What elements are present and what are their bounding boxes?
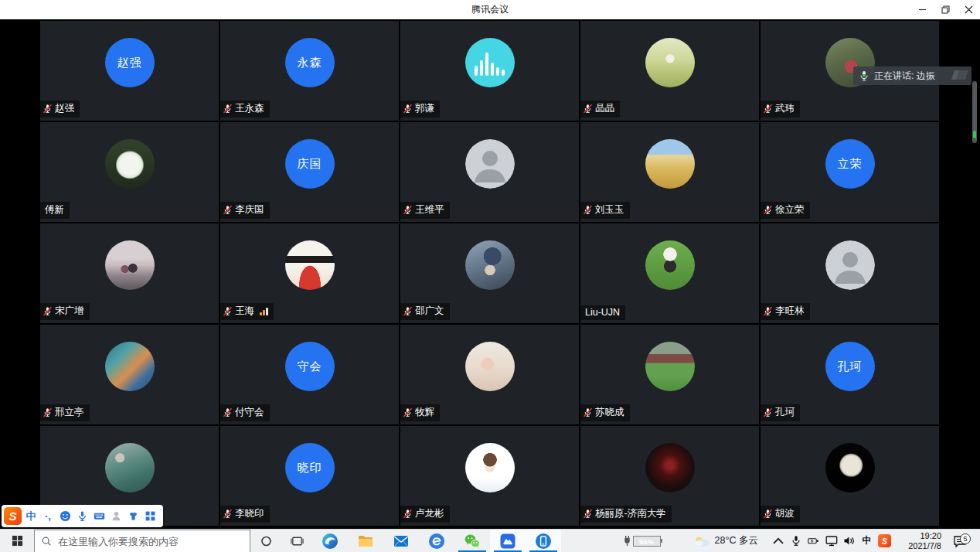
participant-name-label: 邵广文 bbox=[400, 303, 450, 320]
taskbar-app-mail[interactable] bbox=[383, 530, 419, 552]
participant-tile[interactable]: 晶晶 bbox=[580, 21, 759, 121]
tray-power-icon[interactable] bbox=[805, 530, 822, 552]
participant-name: 卢龙彬 bbox=[415, 507, 444, 520]
taskbar-apps bbox=[312, 530, 561, 552]
participant-tile[interactable]: 永森 王永森 bbox=[220, 21, 399, 121]
taskbar-clock[interactable]: 19:20 2021/7/8 bbox=[893, 531, 944, 551]
participant-avatar-equalizer bbox=[465, 38, 515, 87]
participant-tile[interactable]: 傅新 bbox=[40, 122, 219, 222]
taskbar-app-edge[interactable] bbox=[312, 530, 348, 552]
taskbar-app-your-phone[interactable] bbox=[526, 530, 561, 552]
participant-name-label: 李晓印 bbox=[220, 506, 270, 523]
search-input[interactable] bbox=[58, 536, 243, 547]
participant-tile[interactable]: 邵广文 bbox=[400, 223, 579, 323]
action-center-button[interactable]: 5 bbox=[944, 535, 975, 547]
sogou-keyboard-icon[interactable] bbox=[91, 508, 107, 525]
mic-muted-icon bbox=[43, 104, 53, 114]
close-button[interactable] bbox=[957, 0, 980, 19]
taskbar-app-tencent-meeting[interactable] bbox=[490, 530, 526, 552]
weather-widget[interactable]: 28°C 多云 bbox=[693, 534, 758, 547]
participant-tile[interactable]: 守会 付守会 bbox=[220, 325, 399, 424]
tray-volume-icon[interactable] bbox=[840, 530, 858, 552]
participant-name: 胡波 bbox=[775, 507, 795, 520]
participant-avatar-initials: 晓印 bbox=[285, 443, 335, 492]
active-mic-icon bbox=[859, 70, 869, 81]
mic-muted-icon bbox=[223, 407, 233, 417]
participant-name: 王海 bbox=[235, 305, 254, 318]
participant-tile[interactable]: 庆国 李庆国 bbox=[220, 122, 399, 222]
avatar-initials-text: 晓印 bbox=[298, 461, 322, 475]
participant-tile[interactable]: 晓印 李晓印 bbox=[220, 426, 399, 526]
participant-name-label: 李庆国 bbox=[220, 202, 270, 219]
participant-name: 徐立荣 bbox=[775, 203, 805, 216]
participant-name-label: 卢龙彬 bbox=[400, 506, 450, 523]
participant-tile[interactable]: 王维平 bbox=[400, 122, 579, 222]
mic-muted-icon bbox=[403, 205, 413, 215]
taskbar-search[interactable] bbox=[34, 530, 250, 552]
sogou-voice-input-icon[interactable] bbox=[74, 508, 90, 525]
cortana-button[interactable] bbox=[250, 530, 281, 552]
sogou-emoji-icon[interactable] bbox=[57, 508, 73, 525]
participant-tile[interactable]: 刘玉玉 bbox=[580, 122, 759, 222]
mic-muted-icon bbox=[763, 306, 773, 316]
participant-tile[interactable]: 胡波 bbox=[761, 426, 939, 526]
taskbar-spacer bbox=[561, 530, 623, 552]
sogou-sogou-logo-icon[interactable]: S bbox=[4, 507, 22, 525]
participant-name-label: 王永森 bbox=[220, 101, 270, 118]
sogou-ime-toolbar: S中·, bbox=[2, 505, 163, 527]
participant-name: 邢立亭 bbox=[55, 406, 84, 419]
participant-avatar-photo bbox=[105, 342, 155, 391]
participant-name: 晶晶 bbox=[595, 102, 614, 115]
participant-tile[interactable]: 王海 bbox=[220, 223, 399, 323]
participant-tile[interactable]: 李旺林 bbox=[761, 223, 939, 323]
taskbar-app-wechat[interactable] bbox=[454, 530, 490, 552]
participant-tile[interactable]: 牧辉 bbox=[400, 325, 579, 424]
participant-name-label: 王海 bbox=[220, 303, 274, 320]
participant-name-label: 孔珂 bbox=[761, 404, 800, 421]
tray-microphone-icon[interactable] bbox=[787, 530, 805, 552]
sogou-skin-icon[interactable] bbox=[125, 508, 141, 525]
participant-tile[interactable]: 立荣 徐立荣 bbox=[761, 122, 939, 222]
participant-tile[interactable]: 孔珂 孔珂 bbox=[761, 325, 939, 424]
participant-tile[interactable]: 苏晓成 bbox=[580, 325, 759, 424]
participant-tile[interactable]: 宋广增 bbox=[40, 223, 219, 323]
grid-scrollbar[interactable] bbox=[972, 81, 977, 143]
sogou-person-icon[interactable] bbox=[108, 508, 124, 525]
taskbar-app-blue-e[interactable] bbox=[419, 530, 454, 552]
window-titlebar[interactable]: 腾讯会议 bbox=[0, 0, 980, 19]
sogou-toolbox-icon[interactable] bbox=[142, 508, 158, 525]
taskbar-app-file-explorer[interactable] bbox=[348, 530, 383, 552]
minimize-button[interactable] bbox=[910, 0, 934, 19]
participant-name: 李旺林 bbox=[775, 305, 805, 318]
tray-ime-chinese-icon[interactable]: 中 bbox=[858, 530, 876, 552]
participant-tile[interactable]: 邢立亭 bbox=[40, 325, 219, 424]
mic-muted-icon bbox=[223, 306, 233, 316]
task-view-button[interactable] bbox=[281, 530, 312, 552]
participant-name-label: 宋广增 bbox=[40, 303, 90, 320]
sogou-punctuation-icon[interactable]: ·, bbox=[40, 508, 56, 525]
mic-muted-icon bbox=[223, 205, 233, 215]
participant-tile[interactable]: 赵强 赵强 bbox=[40, 21, 219, 121]
participant-tile[interactable]: 杨丽原-济南大学 bbox=[580, 426, 759, 526]
mic-muted-icon bbox=[583, 104, 593, 114]
participant-name: 孔珂 bbox=[775, 406, 795, 419]
avatar-initials-text: 守会 bbox=[298, 359, 322, 374]
participant-tile[interactable]: 郭谦 bbox=[400, 21, 579, 121]
participant-name-label: 徐立荣 bbox=[761, 202, 810, 219]
hidden-icons-chevron[interactable] bbox=[769, 530, 787, 552]
sogou-chinese-mode-icon[interactable]: 中 bbox=[23, 508, 39, 525]
restore-button[interactable] bbox=[934, 0, 957, 19]
avatar-initials-text: 立荣 bbox=[838, 157, 863, 172]
participant-tile[interactable]: Liu-UJN bbox=[580, 223, 759, 323]
battery-percent: 55% bbox=[634, 537, 660, 546]
participant-name: 邵广文 bbox=[415, 305, 444, 318]
tray-sogou-icon[interactable]: S bbox=[876, 530, 893, 552]
participant-name-label: 傅新 bbox=[40, 202, 70, 219]
battery-widget[interactable]: 55% bbox=[623, 535, 661, 547]
tray-network-display-icon[interactable] bbox=[822, 530, 840, 552]
participant-name-label: 晶晶 bbox=[580, 101, 620, 118]
participant-tile[interactable]: 卢龙彬 bbox=[400, 426, 579, 526]
participant-name: 赵强 bbox=[55, 102, 74, 115]
participant-name-label: 武玮 bbox=[761, 101, 800, 118]
start-button[interactable] bbox=[0, 530, 34, 552]
